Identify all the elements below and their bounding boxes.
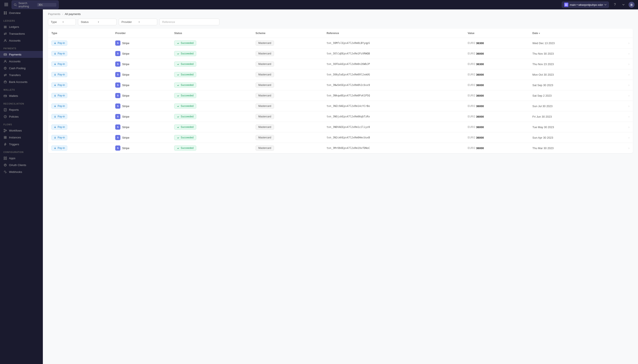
scheme-badge: Mastercard	[256, 72, 274, 77]
sidebar-item-apps[interactable]: Apps	[0, 155, 43, 162]
row-arrow-button[interactable]: ›	[611, 38, 633, 48]
cell-scheme: Mastercard	[252, 38, 323, 48]
row-arrow-button[interactable]: ›	[611, 132, 633, 143]
value-amount: 36000	[476, 52, 484, 55]
table-row: Pay-in S Stripe Succeeded Mastercard txn…	[48, 90, 633, 101]
cell-type: Pay-in	[48, 143, 112, 154]
svg-rect-32	[5, 138, 6, 138]
row-arrow-button[interactable]: ›	[611, 101, 633, 112]
payin-badge: Pay-in	[52, 82, 67, 88]
sidebar-item-webhooks[interactable]: Webhooks	[0, 168, 43, 175]
wallets-icon	[4, 94, 7, 98]
payments-table: Type Provider Status Scheme Reference Va…	[48, 29, 633, 153]
sidebar-item-accounts-payments[interactable]: Accounts	[0, 58, 43, 65]
payin-icon	[54, 147, 56, 149]
filters-row: Type ▾ Status ▾ Provider ▾	[43, 19, 638, 29]
stripe-icon: S	[115, 93, 120, 98]
scheme-badge: Mastercard	[256, 114, 274, 119]
table-row: Pay-in S Stripe Succeeded Mastercard txn…	[48, 122, 633, 132]
sidebar-item-instances[interactable]: Instances	[0, 134, 43, 141]
value-amount: 36300	[476, 42, 484, 45]
cell-value: EUR/2 36000	[464, 143, 529, 154]
value-amount: 36000	[476, 94, 484, 97]
topbar-actions: ? B	[612, 1, 634, 8]
sidebar-item-ledgers[interactable]: Ledgers	[0, 23, 43, 30]
sidebar-item-wallets[interactable]: Wallets	[0, 92, 43, 99]
date-sort-icon: ▾	[539, 32, 540, 34]
reference-filter[interactable]	[160, 19, 220, 25]
stripe-icon: S	[115, 146, 120, 150]
sidebar-item-reports[interactable]: Reports	[0, 106, 43, 113]
help-button[interactable]: ?	[612, 1, 618, 8]
transactions-label: Transactions	[9, 32, 25, 35]
svg-rect-35	[4, 158, 5, 160]
avatar[interactable]: B	[628, 2, 634, 8]
succeeded-badge: Succeeded	[174, 40, 196, 46]
cash-pooling-label: Cash Pooling	[9, 67, 26, 70]
sidebar-item-workflows[interactable]: Workflows	[0, 127, 43, 134]
row-arrow-button[interactable]: ›	[611, 48, 633, 59]
layout: Overview LEDGERS Ledgers Tra	[0, 10, 638, 364]
breadcrumb-separator: ›	[62, 12, 63, 16]
row-arrow-button[interactable]: ›	[611, 90, 633, 101]
sidebar-item-transfers[interactable]: Transfers	[0, 72, 43, 78]
sidebar-item-cash-pooling[interactable]: Cash Pooling	[0, 65, 43, 72]
row-arrow-button[interactable]: ›	[611, 59, 633, 70]
cell-scheme: Mastercard	[252, 132, 323, 143]
workflows-label: Workflows	[9, 129, 22, 132]
status-filter[interactable]: Status ▾	[78, 19, 116, 25]
topbar-chevron-button[interactable]	[620, 1, 627, 8]
check-icon	[177, 84, 179, 86]
workspace-icon	[564, 2, 568, 7]
cell-status: Succeeded	[171, 122, 252, 132]
sidebar-item-accounts-ledgers[interactable]: Accounts	[0, 37, 43, 44]
search-box[interactable]: Search anything ⌘K	[12, 0, 59, 9]
payin-badge: Pay-in	[52, 135, 67, 140]
payin-icon	[54, 63, 56, 65]
provider-filter[interactable]: Provider ▾	[119, 19, 157, 25]
cell-type: Pay-in	[48, 38, 112, 48]
type-filter[interactable]: Type ▾	[48, 19, 76, 25]
stripe-icon: S	[115, 72, 120, 77]
cell-value: EUR/2 36000	[464, 112, 529, 122]
value-amount: 36000	[476, 146, 484, 150]
provider-name: Stripe	[122, 126, 130, 129]
cell-provider: S Stripe	[112, 101, 171, 112]
wallets-label: Wallets	[9, 94, 18, 98]
stripe-icon: S	[115, 82, 120, 88]
sidebar-item-bank-accounts[interactable]: Bank Accounts	[0, 78, 43, 85]
breadcrumb-parent[interactable]: Payments	[48, 12, 60, 16]
accounts-ledgers-icon	[4, 39, 7, 42]
apps-icon	[4, 156, 7, 160]
provider-name: Stripe	[122, 62, 130, 66]
payin-badge: Pay-in	[52, 40, 67, 46]
stripe-icon: S	[115, 62, 120, 67]
value-amount: 36300	[476, 62, 484, 66]
row-arrow-button[interactable]: ›	[611, 143, 633, 154]
svg-rect-18	[4, 54, 7, 55]
row-arrow-button[interactable]: ›	[611, 112, 633, 122]
main-content: Payments › All payments Type ▾ Status ▾ …	[43, 10, 638, 364]
sidebar-item-policies[interactable]: Policies	[0, 113, 43, 120]
sidebar-item-oauth-clients[interactable]: OAuth Clients	[0, 162, 43, 168]
cell-reference: txn_3O6y5aEps47l2xRm09l2xmUG	[323, 70, 464, 80]
sidebar-item-transactions[interactable]: Transactions	[0, 30, 43, 37]
ledgers-label: Ledgers	[9, 25, 19, 28]
row-arrow-button[interactable]: ›	[611, 122, 633, 132]
col-date[interactable]: Date ▾	[529, 29, 611, 38]
workspace-selector[interactable]: main • wkwqordpuhpx-xdzr	[562, 2, 609, 8]
sidebar-item-overview[interactable]: Overview	[0, 10, 43, 16]
bank-accounts-icon	[4, 80, 7, 84]
provider-filter-chevron: ▾	[138, 21, 154, 23]
workspace-label: main • wkwqordpuhpx-xdzr	[570, 3, 603, 6]
row-arrow-button[interactable]: ›	[611, 70, 633, 80]
row-arrow-button[interactable]: ›	[611, 80, 633, 90]
cell-date: Fri Jun 30 2023	[529, 112, 611, 122]
cell-type: Pay-in	[48, 59, 112, 70]
sidebar-item-payments[interactable]: Payments	[0, 51, 43, 58]
menu-button[interactable]	[4, 2, 9, 8]
value-amount: 36000	[476, 126, 484, 129]
sidebar-item-triggers[interactable]: Triggers	[0, 141, 43, 148]
cell-scheme: Mastercard	[252, 90, 323, 101]
cell-value: EUR/2 36000	[464, 48, 529, 59]
